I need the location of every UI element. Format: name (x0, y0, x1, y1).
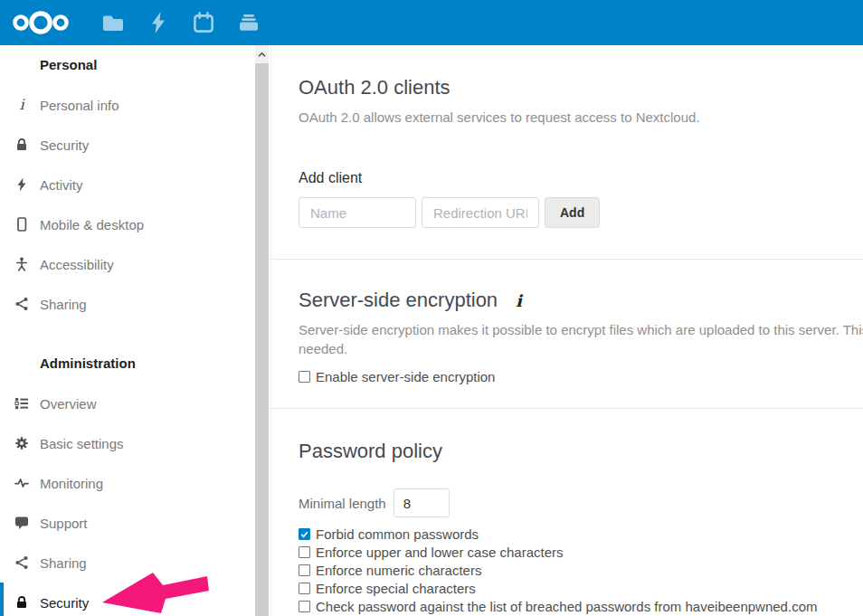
oauth-title: OAuth 2.0 clients (299, 76, 863, 100)
rule-forbid-common[interactable]: Forbid common passwords (299, 525, 863, 543)
sidebar-item-label: Security (40, 595, 89, 611)
sidebar-item-label: Sharing (40, 297, 87, 312)
sidebar-scrollbar[interactable] (255, 45, 269, 616)
sidebar-item-label: Personal info (40, 98, 119, 113)
pulse-icon (14, 476, 29, 490)
sidebar-item-sharing-admin[interactable]: Sharing (0, 543, 270, 583)
check-icon (299, 529, 309, 539)
share-icon (14, 297, 29, 311)
rule-upper-lower[interactable]: Enforce upper and lower case characters (299, 543, 863, 561)
sidebar-item-label: Monitoring (40, 476, 103, 491)
add-client-button[interactable]: Add (545, 197, 600, 228)
sidebar-item-basic-settings[interactable]: Basic settings (0, 423, 270, 463)
app-calendar[interactable] (181, 0, 226, 45)
gear-icon (14, 436, 29, 450)
app-activity[interactable] (136, 0, 181, 45)
rule-label: Forbid common passwords (316, 526, 479, 542)
info-icon[interactable]: i (516, 291, 522, 310)
redirection-uri-input[interactable] (422, 197, 539, 228)
bolt-icon (14, 177, 29, 192)
password-policy-title: Password policy (299, 440, 863, 463)
phone-icon (14, 217, 29, 232)
encryption-section: Server-side encryption i Server-side enc… (271, 260, 863, 384)
enable-encryption-label: Enable server-side encryption (316, 369, 495, 384)
sidebar-item-label: Sharing (40, 555, 87, 571)
sidebar-item-sharing-personal[interactable]: Sharing (0, 284, 270, 324)
sidebar-item-overview[interactable]: Overview (0, 384, 270, 423)
app-deck[interactable] (226, 0, 271, 45)
nextcloud-logo-icon (11, 7, 71, 38)
password-policy-section: Password policy Minimal length Forbid co… (271, 409, 863, 615)
settings-sidebar: Personal i Personal info Security Activi… (0, 45, 271, 616)
sidebar-item-security-admin[interactable]: Security (0, 583, 270, 616)
sidebar-item-label: Basic settings (40, 436, 124, 451)
calendar-icon (193, 12, 214, 33)
info-icon: i (14, 98, 29, 112)
speech-bubble-icon (14, 516, 29, 530)
nextcloud-logo[interactable] (11, 7, 71, 38)
sidebar-item-monitoring[interactable]: Monitoring (0, 463, 270, 503)
enable-encryption-checkbox[interactable] (299, 371, 310, 383)
rule-checkbox[interactable] (299, 583, 310, 594)
deck-icon (238, 12, 260, 33)
encryption-description: Server-side encryption makes it possible… (299, 320, 863, 358)
sidebar-item-activity[interactable]: Activity (0, 165, 270, 204)
client-name-input[interactable] (299, 197, 416, 228)
rule-checkbox[interactable] (299, 528, 310, 540)
sidebar-item-label: Security (40, 137, 89, 153)
share-icon (14, 555, 29, 570)
rule-label: Enforce upper and lower case characters (316, 545, 563, 560)
password-rules-list: Forbid common passwords Enforce upper an… (299, 525, 863, 615)
rule-numeric[interactable]: Enforce numeric characters (299, 561, 863, 579)
oauth-description: OAuth 2.0 allows external services to re… (299, 108, 863, 127)
minimal-length-input[interactable] (394, 488, 450, 517)
list-icon (14, 396, 29, 411)
rule-label: Enforce numeric characters (316, 563, 481, 578)
scrollbar-thumb[interactable] (255, 63, 269, 616)
accessibility-icon (14, 257, 29, 271)
app-menu (90, 0, 271, 45)
minimal-length-label: Minimal length (299, 496, 386, 511)
folder-icon (102, 12, 124, 33)
sidebar-item-label: Accessibility (40, 257, 114, 272)
sidebar-section-administration: Administration (0, 349, 270, 378)
sidebar-item-accessibility[interactable]: Accessibility (0, 244, 270, 284)
lock-icon (14, 595, 29, 610)
sidebar-item-label: Overview (40, 396, 97, 412)
rule-checkbox[interactable] (299, 601, 310, 612)
rule-checkbox[interactable] (299, 546, 310, 558)
bolt-icon (148, 11, 168, 34)
encryption-title: Server-side encryption (299, 289, 498, 312)
add-client-heading: Add client (299, 170, 863, 186)
rule-label: Enforce special characters (316, 581, 476, 596)
scrollbar-up-button[interactable] (255, 45, 269, 63)
sidebar-item-label: Activity (40, 177, 83, 193)
sidebar-item-mobile-desktop[interactable]: Mobile & desktop (0, 204, 270, 244)
lock-icon (14, 137, 29, 152)
sidebar-item-personal-info[interactable]: i Personal info (0, 85, 270, 125)
rule-special[interactable]: Enforce special characters (299, 579, 863, 597)
sidebar-item-security-personal[interactable]: Security (0, 125, 270, 165)
rule-checkbox[interactable] (299, 564, 310, 576)
top-header-bar (0, 0, 863, 45)
rule-label: Check password against the list of breac… (316, 599, 817, 614)
enable-encryption-row[interactable]: Enable server-side encryption (299, 369, 863, 384)
chevron-up-icon (257, 50, 267, 60)
sidebar-item-support[interactable]: Support (0, 503, 270, 543)
sidebar-item-label: Mobile & desktop (40, 217, 144, 232)
minimal-length-row: Minimal length (299, 488, 863, 517)
oauth-section: OAuth 2.0 clients OAuth 2.0 allows exter… (271, 45, 863, 228)
settings-content: OAuth 2.0 clients OAuth 2.0 allows exter… (271, 45, 863, 616)
rule-hibp[interactable]: Check password against the list of breac… (299, 597, 863, 615)
sidebar-section-personal: Personal (0, 51, 270, 80)
sidebar-item-label: Support (40, 516, 88, 531)
app-files[interactable] (90, 0, 136, 45)
add-client-form: Add (299, 197, 863, 228)
